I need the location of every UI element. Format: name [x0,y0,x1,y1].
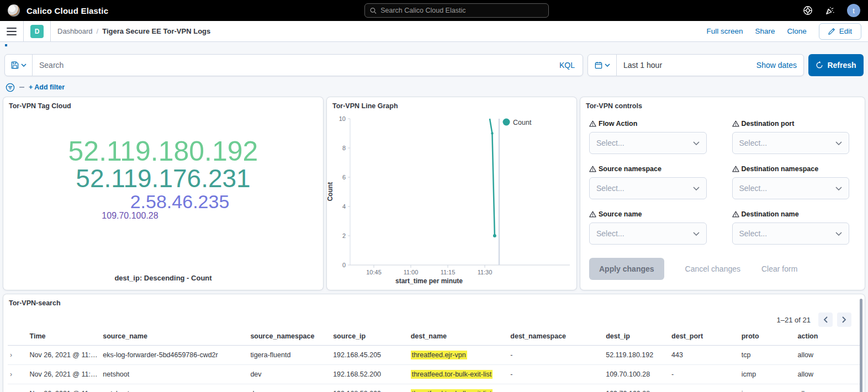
chevron-down-icon [835,232,842,236]
tag-dest-ip[interactable]: 52.119.176.231 [3,166,323,192]
column-header-dest-name: dest_name [409,329,509,346]
source-namespace-select[interactable]: Select... [589,177,707,199]
select-placeholder: Select... [739,184,768,193]
tag-cloud: 52.119.180.192 52.119.176.231 2.58.46.23… [3,137,323,221]
warning-icon [732,120,739,127]
expand-row-button[interactable]: › [10,351,12,359]
chart-legend[interactable]: Count [503,119,532,126]
tag-dest-ip[interactable]: 2.58.46.235 [20,192,340,211]
cell-dest-port: - [669,365,739,384]
table-row: › Nov 26, 2021 @ 11:35:04.000 netshoot d… [8,365,860,384]
column-header-dest-namespace: dest_namespace [508,329,604,346]
search-table-title: Tor-VPN-search [3,294,865,307]
add-filter-button[interactable]: + Add filter [29,83,65,91]
highlighted-value: threatfeed.tor-bulk-exit-list [411,389,493,392]
show-dates-button[interactable]: Show dates [750,61,803,70]
cell-proto: icmp [739,365,796,384]
chevron-down-icon [693,232,700,236]
clone-button[interactable]: Clone [787,27,806,35]
saved-query-menu[interactable] [5,55,33,76]
expand-row-button[interactable]: › [10,370,12,378]
destination-port-select[interactable]: Select... [732,132,850,154]
page-title: Tigera Secure EE Tor-VPN Logs [102,27,210,35]
filter-icon[interactable] [6,83,15,92]
time-range-value[interactable]: Last 1 hour [617,61,750,70]
cell-action: allow [796,384,860,392]
vertical-scrollbar[interactable] [860,299,862,392]
refresh-icon [816,61,823,69]
control-field-flow-action: Flow Action Select... [589,120,707,154]
column-header-source-ip: source_ip [331,329,409,346]
cell-action: allow [796,346,860,365]
query-search-input[interactable] [33,61,552,70]
tag-dest-ip[interactable]: 109.70.100.28 [0,211,290,221]
clear-form-button[interactable]: Clear form [761,264,797,273]
cell-dest-name: threatfeed.tor-bulk-exit-list [409,384,509,392]
refresh-button-label: Refresh [827,61,856,70]
app-title: Calico Cloud Elastic [27,6,108,15]
time-picker-menu[interactable] [588,55,617,76]
breadcrumb-dashboard-link[interactable]: Dashboard [57,27,93,35]
calico-logo [8,4,20,17]
global-search-input[interactable] [380,7,543,14]
full-screen-button[interactable]: Full screen [706,27,743,35]
next-page-button[interactable] [837,312,851,327]
column-header-proto: proto [739,329,796,346]
scroll-indicator-dot [5,44,7,46]
logs-table: Time source_name source_namespace source… [8,329,860,392]
column-header-time: Time [28,329,101,346]
cell-time: Nov 26, 2021 @ 11:35:04.000 [28,365,101,384]
control-field-source-name: Source name Select... [589,210,707,245]
kql-search-bar: KQL [4,54,583,76]
top-header-bar: Calico Cloud Elastic t [0,0,868,21]
field-label: Source namespace [599,165,661,173]
source-name-select[interactable]: Select... [589,223,707,245]
edit-button[interactable]: Edit [819,23,861,40]
cell-dest-ip: 109.70.100.28 [604,365,669,384]
user-avatar[interactable]: t [847,4,860,17]
global-search-box[interactable] [364,3,549,18]
svg-text:11:15: 11:15 [441,269,456,276]
apply-changes-button[interactable]: Apply changes [589,258,664,280]
menu-button[interactable] [7,28,17,35]
kql-syntax-button[interactable]: KQL [552,61,583,70]
select-placeholder: Select... [596,139,624,147]
tag-dest-ip[interactable]: 52.119.180.192 [3,137,323,166]
newsfeed-button[interactable] [825,6,835,15]
x-axis-title: start_time per minute [395,277,463,285]
breadcrumb-separator: / [97,27,99,35]
dashboard-space-badge[interactable]: D [30,25,44,38]
count-line-endpoint [493,234,496,237]
chevron-down-icon [693,141,700,145]
chevron-down-icon [835,187,842,190]
divider [23,21,24,42]
chevron-down-icon [693,187,700,190]
share-button[interactable]: Share [755,27,775,35]
expand-row-button[interactable]: › [10,390,12,392]
expander-column-header [8,329,28,346]
time-picker: Last 1 hour Show dates [588,54,804,76]
cancel-changes-button[interactable]: Cancel changes [685,264,740,273]
warning-icon [732,166,739,172]
cell-dest-port: - [669,384,739,392]
dash-icon [19,87,24,88]
destination-namespace-select[interactable]: Select... [732,177,850,199]
svg-text:11:00: 11:00 [404,269,419,276]
search-icon [370,7,377,14]
control-field-destination-name: Destination name Select... [732,210,850,245]
help-button[interactable] [803,6,813,15]
table-header-row: Time source_name source_namespace source… [8,329,860,346]
previous-page-button[interactable] [818,312,833,327]
cell-dest-namespace: - [508,384,604,392]
refresh-button[interactable]: Refresh [808,54,864,76]
flow-action-select[interactable]: Select... [589,132,707,154]
destination-name-select[interactable]: Select... [732,223,850,245]
tag-cloud-caption: dest_ip: Descending - Count [3,274,323,282]
warning-icon [589,211,596,218]
cell-dest-ip: 109.70.100.28 [604,384,669,392]
select-placeholder: Select... [739,139,768,147]
avatar-initial: t [853,7,855,15]
cell-proto: tcp [739,346,796,365]
svg-text:4: 4 [342,203,346,210]
dashboard-panels-row: Tor-VPN Tag Cloud 52.119.180.192 52.119.… [0,93,868,290]
